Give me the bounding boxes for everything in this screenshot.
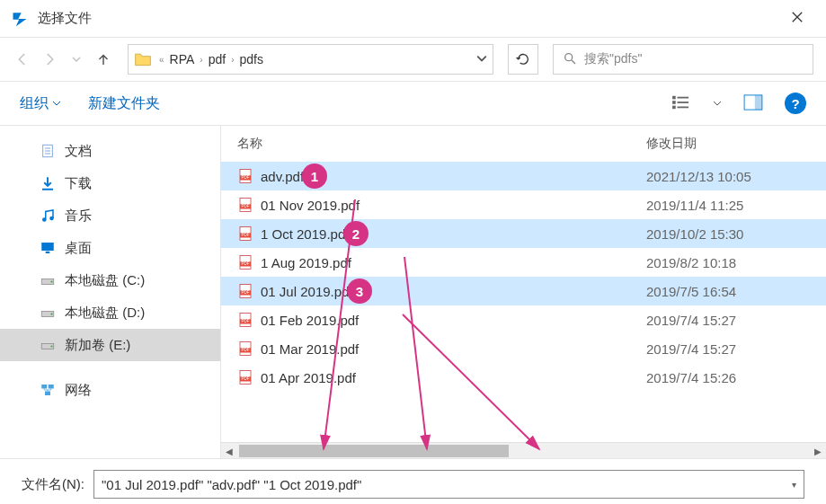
file-row[interactable]: PDF01 Nov 2019.pdf2019/11/4 11:25 xyxy=(221,190,826,219)
svg-text:PDF: PDF xyxy=(242,175,250,180)
sidebar-item-6[interactable]: 新加卷 (E:) xyxy=(0,329,220,361)
toolbar: 组织 新建文件夹 ? xyxy=(0,81,826,126)
pdf-icon: PDF xyxy=(237,369,253,385)
sidebar-item-2[interactable]: 音乐 xyxy=(0,199,220,232)
sidebar-label: 网络 xyxy=(65,382,92,399)
help-button[interactable]: ? xyxy=(785,93,806,114)
svg-rect-15 xyxy=(41,243,54,251)
titlebar: 选择文件 xyxy=(0,0,826,38)
breadcrumb[interactable]: « RPA › pdf › pdfs xyxy=(128,44,493,75)
pdf-icon: PDF xyxy=(237,197,253,213)
desktop-icon xyxy=(40,240,56,256)
file-row[interactable]: PDFadv.pdf2021/12/13 10:05 xyxy=(221,162,826,190)
drive-icon xyxy=(40,272,56,288)
search-icon xyxy=(563,51,577,68)
chevron-down-icon[interactable] xyxy=(476,52,487,66)
sidebar-label: 文档 xyxy=(65,143,92,160)
drive-icon xyxy=(40,337,56,353)
crumb-2[interactable]: pdfs xyxy=(235,52,266,66)
svg-rect-3 xyxy=(672,105,676,109)
file-row[interactable]: PDF1 Aug 2019.pdf2019/8/2 10:18 xyxy=(221,248,826,277)
network-icon xyxy=(40,382,56,398)
svg-point-18 xyxy=(50,280,52,282)
file-date: 2021/12/13 10:05 xyxy=(646,169,826,184)
sidebar-label: 新加卷 (E:) xyxy=(65,337,130,354)
music-icon xyxy=(40,208,56,224)
sidebar-label: 音乐 xyxy=(65,208,92,225)
sidebar-item-5[interactable]: 本地磁盘 (D:) xyxy=(0,296,220,329)
file-pane: 名称 修改日期 PDFadv.pdf2021/12/13 10:05PDF01 … xyxy=(220,126,826,458)
col-name[interactable]: 名称 xyxy=(237,136,646,152)
file-row[interactable]: PDF01 Mar 2019.pdf2019/7/4 15:27 xyxy=(221,334,826,363)
svg-text:PDF: PDF xyxy=(242,348,250,352)
svg-point-20 xyxy=(50,313,52,314)
refresh-button[interactable] xyxy=(508,44,538,75)
sidebar-item-3[interactable]: 桌面 xyxy=(0,232,220,264)
sidebar-item-1[interactable]: 下载 xyxy=(0,167,220,199)
svg-rect-6 xyxy=(678,106,689,108)
back-button[interactable] xyxy=(13,49,32,69)
svg-rect-2 xyxy=(672,101,676,104)
svg-point-13 xyxy=(42,217,47,222)
svg-rect-16 xyxy=(46,252,50,253)
pdf-icon: PDF xyxy=(237,254,253,270)
organize-menu[interactable]: 组织 xyxy=(20,94,61,113)
view-icon[interactable] xyxy=(671,94,691,113)
scroll-thumb[interactable] xyxy=(239,445,509,457)
crumb-1[interactable]: pdf xyxy=(205,52,229,66)
svg-point-22 xyxy=(50,345,52,347)
svg-text:PDF: PDF xyxy=(242,204,250,208)
sidebar-item-0[interactable]: 文档 xyxy=(0,135,220,167)
file-date: 2019/11/4 11:25 xyxy=(646,198,826,213)
sidebar-item-4[interactable]: 本地磁盘 (C:) xyxy=(0,264,220,296)
file-name: 01 Mar 2019.pdf xyxy=(261,341,646,357)
svg-text:PDF: PDF xyxy=(242,319,250,323)
app-icon xyxy=(11,10,29,28)
filename-input[interactable]: "01 Jul 2019.pdf" "adv.pdf" "1 Oct 2019.… xyxy=(93,470,804,499)
file-name: adv.pdf xyxy=(261,169,646,184)
sidebar-item-7[interactable]: 网络 xyxy=(0,374,220,406)
doc-icon xyxy=(40,143,56,159)
filename-label: 文件名(N): xyxy=(22,476,84,493)
chevron-down-icon[interactable]: ▾ xyxy=(792,480,796,490)
pdf-icon: PDF xyxy=(237,312,253,328)
col-date[interactable]: 修改日期 xyxy=(646,136,826,152)
forward-button[interactable] xyxy=(40,49,59,69)
chevron-right-icon: › xyxy=(198,55,204,65)
crumb-0[interactable]: RPA xyxy=(166,52,199,66)
svg-rect-23 xyxy=(41,385,47,389)
svg-text:PDF: PDF xyxy=(242,290,250,295)
footer: 文件名(N): "01 Jul 2019.pdf" "adv.pdf" "1 O… xyxy=(0,458,826,504)
file-list: PDFadv.pdf2021/12/13 10:05PDF01 Nov 2019… xyxy=(221,162,826,442)
file-date: 2019/7/4 15:27 xyxy=(646,313,826,328)
file-row[interactable]: PDF01 Feb 2019.pdf2019/7/4 15:27 xyxy=(221,305,826,334)
svg-text:PDF: PDF xyxy=(242,376,250,381)
close-button[interactable] xyxy=(779,9,815,28)
scroll-left-icon[interactable]: ◀ xyxy=(221,443,237,459)
scroll-right-icon[interactable]: ▶ xyxy=(810,443,826,459)
file-date: 2019/10/2 15:30 xyxy=(646,226,826,242)
search-input[interactable]: 搜索"pdfs" xyxy=(553,44,813,75)
file-date: 2019/7/4 15:27 xyxy=(646,341,826,357)
file-row[interactable]: PDF01 Jul 2019.pdf2019/7/5 16:54 xyxy=(221,277,826,305)
file-name: 1 Aug 2019.pdf xyxy=(261,255,646,270)
file-row[interactable]: PDF01 Apr 2019.pdf2019/7/4 15:26 xyxy=(221,363,826,392)
newfolder-button[interactable]: 新建文件夹 xyxy=(88,94,160,113)
file-name: 1 Oct 2019.pdf xyxy=(261,226,646,242)
svg-rect-5 xyxy=(678,102,689,103)
window-title: 选择文件 xyxy=(38,10,779,27)
pdf-icon: PDF xyxy=(237,340,253,357)
sidebar-label: 本地磁盘 (D:) xyxy=(65,305,145,322)
up-button[interactable] xyxy=(93,49,113,69)
file-date: 2019/8/2 10:18 xyxy=(646,255,826,270)
file-header: 名称 修改日期 xyxy=(221,126,826,162)
view-dropdown[interactable] xyxy=(713,96,722,111)
svg-rect-4 xyxy=(678,96,689,98)
crumb-sep-icon: « xyxy=(157,55,166,65)
preview-icon[interactable] xyxy=(743,94,763,113)
svg-text:PDF: PDF xyxy=(242,261,250,266)
horizontal-scrollbar[interactable]: ◀ ▶ xyxy=(221,442,826,458)
recent-dropdown[interactable] xyxy=(67,49,86,69)
svg-rect-1 xyxy=(672,95,676,99)
file-row[interactable]: PDF1 Oct 2019.pdf2019/10/2 15:30 xyxy=(221,219,826,248)
